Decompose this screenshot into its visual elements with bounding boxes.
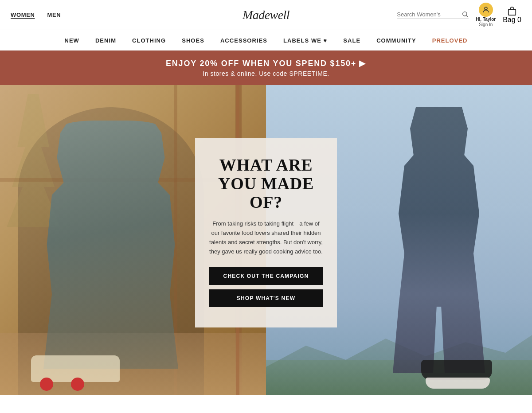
nav-men[interactable]: MEN [47,12,61,18]
brand-logo[interactable]: Madewell [243,8,289,22]
svg-line-1 [466,16,468,17]
top-nav-right: Hi, Taylor Sign In Bag 0 [397,3,521,27]
promo-title: ENJOY 20% OFF WHEN YOU SPEND $150+▶ [11,58,521,68]
bag-area[interactable]: Bag 0 [503,6,521,24]
skate-wheel-left [40,378,53,391]
user-greeting: Hi, Taylor [476,17,496,22]
hero-overlay-card: WHAT ARE YOU MADE OF? From taking risks … [195,138,337,327]
person-icon [482,6,490,14]
user-area[interactable]: Hi, Taylor Sign In [476,3,496,27]
svg-rect-3 [509,9,516,15]
sneaker-sole [426,378,490,389]
sneaker-hint [421,360,492,380]
nav-shoes[interactable]: SHOES [182,37,204,44]
woman-figure [27,121,195,369]
svg-point-2 [485,7,487,10]
search-box[interactable] [397,11,469,19]
nav-accessories[interactable]: ACCESSORIES [220,37,267,44]
man-figure [381,107,497,373]
user-signin-link[interactable]: Sign In [479,22,493,27]
search-icon [462,11,469,18]
bag-count-label: Bag 0 [503,16,521,24]
promo-subtitle: In stores & online. Use code SPREETIME. [11,70,521,77]
user-avatar-icon [479,3,493,17]
promo-banner[interactable]: ENJOY 20% OFF WHEN YOU SPEND $150+▶ In s… [0,51,532,85]
nav-new[interactable]: NEW [64,37,79,44]
hero-section: WHAT ARE YOU MADE OF? From taking risks … [0,85,532,395]
bag-icon [507,6,517,16]
nav-community[interactable]: COMMUNITY [376,37,416,44]
top-nav: WOMEN MEN Madewell Hi, Taylor Sign In [0,0,532,30]
nav-women[interactable]: WOMEN [11,12,35,18]
nav-sale[interactable]: SALE [343,37,360,44]
svg-point-0 [463,12,467,16]
campaign-button[interactable]: CHECK OUT THE CAMPAIGN [209,267,323,285]
hero-subtext: From taking risks to taking flight—a few… [209,219,323,256]
nav-preloved[interactable]: PRELOVED [432,37,468,44]
search-input[interactable] [397,11,459,18]
secondary-nav: NEW DENIM CLOTHING SHOES ACCESSORIES LAB… [0,30,532,51]
top-nav-left: WOMEN MEN [11,12,61,18]
skate-wheel-right [71,378,84,391]
nav-labels[interactable]: LABELS WE ♥ [283,37,327,44]
nav-clothing[interactable]: CLOTHING [132,37,166,44]
hero-headline: WHAT ARE YOU MADE OF? [209,156,323,211]
shop-whats-new-button[interactable]: SHOP WHAT'S NEW [209,289,323,307]
nav-denim[interactable]: DENIM [95,37,116,44]
